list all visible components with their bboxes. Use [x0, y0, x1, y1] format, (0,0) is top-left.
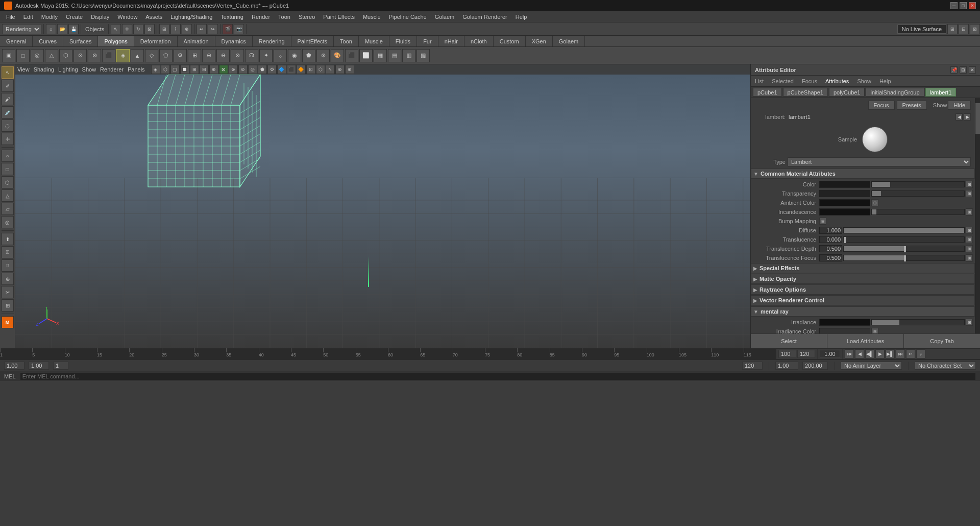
vp-icon-wireframe[interactable]: ⊠ — [219, 65, 228, 74]
anim-start-input[interactable] — [4, 362, 24, 370]
menu-item-stereo[interactable]: Stereo — [295, 13, 319, 21]
ae-tab-selected[interactable]: Selected — [770, 77, 796, 85]
tab-polygons[interactable]: Polygons — [98, 36, 134, 46]
lt-lasso-btn[interactable]: ◌ — [2, 119, 14, 132]
color-swatch[interactable] — [819, 181, 870, 188]
vp-icon-20[interactable]: ⊛ — [335, 65, 345, 74]
vp-icon-5[interactable]: ⊞ — [190, 65, 199, 74]
pb-loop-btn[interactable]: ↩ — [906, 349, 915, 358]
lt-bridge-btn[interactable]: ⌗ — [2, 259, 14, 272]
focus-button[interactable]: Focus — [868, 101, 895, 110]
current-frame-input[interactable] — [820, 350, 840, 358]
shelf-icon-21[interactable]: ◉ — [288, 49, 301, 62]
ae-tab-show[interactable]: Show — [855, 77, 873, 85]
ae-close-btn[interactable]: ✕ — [969, 66, 976, 74]
color-slider[interactable] — [871, 181, 965, 187]
menu-item-window[interactable]: Window — [113, 13, 141, 21]
translucence-focus-map-btn[interactable]: ⊞ — [966, 254, 973, 261]
bump-mapping-map-btn[interactable]: ⊞ — [819, 218, 826, 225]
tab-fluids[interactable]: Fluids — [389, 36, 417, 46]
shelf-icon-11[interactable]: ◇ — [145, 49, 158, 62]
translucence-slider[interactable] — [843, 236, 965, 243]
menu-item-pipeline cache[interactable]: Pipeline Cache — [385, 13, 431, 21]
tab-custom[interactable]: Custom — [494, 36, 526, 46]
menu-item-help[interactable]: Help — [511, 13, 531, 21]
toolbar-right-btn2[interactable]: ⊟ — [959, 24, 969, 34]
shelf-icon-13[interactable]: ⚙ — [174, 49, 187, 62]
obj-tab-polycube1[interactable]: polyCube1 — [829, 88, 865, 97]
shelf-icon-14[interactable]: ⊞ — [188, 49, 201, 62]
diffuse-slider[interactable] — [843, 227, 965, 233]
lambert-prev-btn[interactable]: ◀ — [955, 113, 963, 121]
tab-golaem[interactable]: Golaem — [553, 36, 585, 46]
lt-brush-btn[interactable]: 🖌 — [2, 93, 14, 105]
obj-tab-initialshading[interactable]: initialShadingGroup — [866, 88, 924, 97]
shelf-icon-17[interactable]: ⊗ — [231, 49, 244, 62]
irradiance-swatch[interactable] — [819, 319, 870, 326]
vp-icon-7[interactable]: ⊕ — [209, 65, 218, 74]
mental-ray-section-header[interactable]: ▼ mental ray — [751, 306, 975, 317]
toolbar-render-btn[interactable]: 🎬 — [223, 24, 233, 34]
lt-select-btn[interactable]: ↖ — [2, 66, 14, 79]
mel-input[interactable] — [20, 372, 976, 380]
pb-sound-btn[interactable]: ♪ — [916, 349, 925, 358]
irradiance-slider[interactable] — [871, 319, 965, 325]
copy-tab-button[interactable]: Copy Tab — [904, 334, 980, 348]
vp-icon-18[interactable]: ⬡ — [316, 65, 325, 74]
shelf-icon-12[interactable]: ⬠ — [159, 49, 173, 62]
shelf-icon-6[interactable]: ⊙ — [74, 49, 87, 62]
tab-nhair[interactable]: nHair — [438, 36, 464, 46]
pb-play-fwd-btn[interactable]: ▶ — [875, 349, 885, 358]
tab-surfaces[interactable]: Surfaces — [63, 36, 98, 46]
vp-menu-panels[interactable]: Panels — [128, 66, 145, 73]
toolbar-history-btn[interactable]: ↩ — [197, 24, 207, 34]
shelf-icon-24[interactable]: 🎨 — [331, 49, 344, 62]
vp-icon-2[interactable]: ⬡ — [161, 65, 170, 74]
diffuse-map-btn[interactable]: ⊞ — [966, 227, 973, 234]
hide-button[interactable]: Hide — [948, 101, 971, 110]
tab-fur[interactable]: Fur — [417, 36, 438, 46]
range-start-input[interactable] — [778, 350, 796, 358]
shelf-icon-29[interactable]: ▥ — [402, 49, 415, 62]
lt-merge-btn[interactable]: ⊕ — [2, 273, 14, 285]
select-button[interactable]: Select — [751, 334, 827, 348]
ae-scrollbar[interactable] — [975, 98, 980, 333]
shelf-icon-27[interactable]: ▦ — [374, 49, 387, 62]
matte-opacity-section[interactable]: ▶ Matte Opacity — [751, 274, 975, 284]
lt-move-btn[interactable]: ✛ — [2, 133, 14, 145]
tab-painteffects[interactable]: PaintEffects — [291, 36, 334, 46]
menu-item-golaem[interactable]: Golaem — [431, 13, 459, 21]
toolbar-open-btn[interactable]: 📂 — [57, 24, 67, 34]
shelf-icon-3[interactable]: ◎ — [31, 49, 44, 62]
lt-cone-btn[interactable]: △ — [2, 189, 14, 202]
incandescence-map-btn[interactable]: ⊞ — [966, 208, 973, 216]
toolbar-home-btn[interactable]: ⌂ — [46, 24, 56, 34]
diffuse-value[interactable] — [819, 227, 842, 234]
tab-rendering[interactable]: Rendering — [253, 36, 291, 46]
vp-icon-15[interactable]: ⬛ — [287, 65, 296, 74]
shelf-icon-23[interactable]: ⊛ — [316, 49, 330, 62]
translucence-depth-slider[interactable] — [843, 246, 965, 252]
translucence-focus-slider[interactable] — [843, 255, 965, 261]
ae-pin-btn[interactable]: 📌 — [950, 66, 958, 74]
shelf-icon-2[interactable]: □ — [16, 49, 30, 62]
vp-icon-21[interactable]: ⊕ — [345, 65, 354, 74]
lt-torus-btn[interactable]: ◎ — [2, 216, 14, 228]
vp-icon-9[interactable]: ⊗ — [229, 65, 238, 74]
vp-menu-shading[interactable]: Shading — [34, 66, 54, 73]
obj-tab-pcube1[interactable]: pCube1 — [753, 88, 782, 97]
lt-extrude-btn[interactable]: ⬆ — [2, 233, 14, 245]
menu-item-lighting/shading[interactable]: Lighting/Shading — [166, 13, 216, 21]
restore-button[interactable]: □ — [960, 2, 967, 9]
shelf-icon-18[interactable]: ☊ — [245, 49, 258, 62]
vp-menu-renderer[interactable]: Renderer — [100, 66, 124, 73]
toolbar-right-btn1[interactable]: ⊞ — [947, 24, 958, 34]
vector-renderer-section[interactable]: ▶ Vector Renderer Control — [751, 295, 975, 305]
ambient-color-swatch[interactable] — [819, 199, 870, 206]
vp-icon-10[interactable]: ⊘ — [238, 65, 248, 74]
toolbar-snap-grid-btn[interactable]: ⊞ — [159, 24, 169, 34]
load-attributes-button[interactable]: Load Attributes — [827, 334, 904, 348]
presets-button[interactable]: Presets — [897, 101, 927, 110]
shelf-icon-15[interactable]: ⊕ — [202, 49, 215, 62]
tab-curves[interactable]: Curves — [33, 36, 63, 46]
